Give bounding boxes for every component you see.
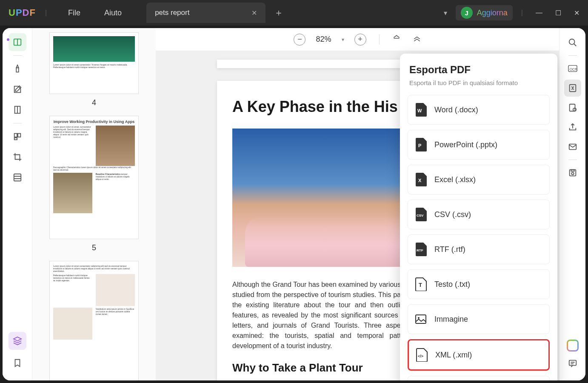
export-label: Word (.docx): [434, 106, 478, 114]
csv-icon: CSV: [415, 208, 427, 221]
thumbnail-4[interactable]: Lorem ipsum dolor sit amet consectetur. …: [45, 32, 143, 107]
chevron-down-icon[interactable]: ▾: [444, 9, 447, 17]
thumbnail-6[interactable]: Lorem ipsum dolor sit amet consectetur a…: [45, 261, 143, 380]
zoom-in-button[interactable]: +: [354, 34, 366, 46]
ai-icon[interactable]: [567, 340, 579, 352]
close-icon[interactable]: ✕: [251, 9, 257, 17]
export-html[interactable]: H HTML (.html): [408, 376, 550, 380]
svg-rect-18: [571, 170, 574, 171]
avatar: J: [461, 7, 473, 19]
export-panel: Esporta PDF Esporta il tuo PDF in qualsi…: [400, 54, 557, 380]
edit-tool[interactable]: [9, 80, 26, 98]
export-rtf[interactable]: RTF RTF (.rtf): [408, 234, 550, 264]
svg-rect-19: [569, 360, 576, 366]
excel-icon: X: [415, 173, 427, 186]
zoom-dropdown[interactable]: ▾: [342, 37, 344, 43]
export-image[interactable]: Immagine: [408, 304, 550, 334]
menu-help[interactable]: Aiuto: [104, 9, 122, 17]
svg-point-17: [571, 172, 574, 175]
document-toolbar: − 82% ▾ +: [156, 28, 559, 51]
export-powerpoint[interactable]: P PowerPoint (.pptx): [408, 130, 550, 160]
email-icon[interactable]: [564, 138, 581, 155]
export-icon[interactable]: [564, 80, 581, 97]
export-label: Immagine: [434, 315, 468, 324]
indicator-dot: [7, 38, 9, 41]
document-tab[interactable]: pets report ✕: [146, 3, 265, 23]
export-label: XML (.xml): [435, 351, 472, 360]
separator: |: [521, 9, 523, 17]
svg-text:CSV: CSV: [417, 214, 424, 217]
svg-line-9: [574, 44, 576, 46]
word-icon: W: [415, 103, 427, 117]
svg-text:P: P: [418, 143, 421, 148]
scroll-up-button[interactable]: [413, 34, 421, 45]
svg-rect-26: [416, 315, 426, 323]
svg-text:X: X: [418, 178, 422, 183]
organize-tool[interactable]: [9, 128, 26, 146]
image-icon: [415, 312, 427, 326]
zoom-value: 82%: [316, 35, 331, 44]
svg-text:T: T: [419, 282, 422, 288]
txt-icon: T: [415, 277, 427, 291]
zoom-out-button[interactable]: −: [294, 34, 305, 46]
bookmark-tool[interactable]: [9, 354, 26, 372]
highlight-tool[interactable]: [9, 60, 26, 78]
tab-title: pets report: [155, 9, 189, 17]
svg-text:W: W: [417, 108, 422, 113]
export-title: Esporta PDF: [408, 64, 550, 76]
export-xml[interactable]: </> XML (.xml): [408, 339, 550, 371]
export-label: Testo (.txt): [434, 280, 470, 289]
export-label: Excel (.xlsx): [434, 175, 476, 184]
search-icon[interactable]: [564, 34, 581, 51]
app-logo: UPDF: [9, 7, 36, 18]
crop-tool[interactable]: [9, 148, 26, 166]
export-word[interactable]: W Word (.docx): [408, 95, 550, 125]
export-excel[interactable]: X Excel (.xlsx): [408, 165, 550, 194]
export-label: PowerPoint (.pptx): [434, 140, 497, 149]
new-tab-button[interactable]: ＋: [274, 6, 283, 19]
comment-icon[interactable]: [564, 355, 581, 372]
reader-tool[interactable]: [9, 33, 26, 51]
layers-tool[interactable]: [9, 332, 26, 350]
thumbnail-5[interactable]: Improve Working Productivity in Using Ap…: [45, 116, 143, 252]
rtf-icon: RTF: [415, 243, 427, 256]
save-icon[interactable]: [564, 164, 581, 181]
user-upgrade-button[interactable]: J Aggiorna: [456, 5, 513, 20]
upgrade-label: Aggiorna: [477, 9, 508, 17]
thumbnail-panel: Lorem ipsum dolor sit amet consectetur. …: [32, 28, 156, 380]
thumbnail-label: 4: [45, 98, 143, 107]
ocr-icon[interactable]: OCR: [564, 60, 581, 77]
watermark-tool[interactable]: [9, 169, 26, 186]
svg-point-8: [569, 39, 574, 45]
titlebar: UPDF | File Aiuto pets report ✕ ＋ ▾ J Ag…: [0, 0, 588, 26]
xml-icon: </>: [416, 348, 428, 362]
svg-text:</>: </>: [418, 354, 423, 358]
export-csv[interactable]: CSV CSV (.csv): [408, 200, 550, 229]
pages-tool[interactable]: [9, 101, 26, 119]
minimize-button[interactable]: —: [536, 9, 542, 17]
export-subtitle: Esporta il tuo PDF in qualsiasi formato: [408, 79, 550, 86]
svg-text:RTF: RTF: [417, 249, 423, 252]
window-controls: — ☐ ✕: [536, 9, 579, 17]
ppt-icon: P: [415, 138, 427, 151]
export-text[interactable]: T Testo (.txt): [408, 269, 550, 299]
export-label: RTF (.rtf): [434, 245, 465, 254]
svg-rect-4: [14, 134, 17, 137]
maximize-button[interactable]: ☐: [555, 9, 561, 17]
svg-point-27: [418, 317, 420, 319]
close-button[interactable]: ✕: [574, 9, 579, 17]
page-up-button[interactable]: [392, 34, 401, 45]
svg-rect-5: [17, 134, 20, 137]
svg-text:OCR: OCR: [569, 68, 577, 71]
menu-file[interactable]: File: [68, 9, 80, 17]
share-icon[interactable]: [564, 119, 581, 136]
thumbnail-label: 5: [45, 243, 143, 252]
separator: |: [45, 9, 47, 17]
export-label: CSV (.csv): [434, 210, 471, 219]
protect-icon[interactable]: [564, 99, 581, 116]
right-toolbar: OCR: [559, 28, 585, 380]
svg-rect-7: [14, 174, 21, 181]
svg-rect-6: [14, 138, 17, 140]
left-toolbar: [3, 28, 32, 380]
svg-rect-13: [569, 104, 575, 111]
